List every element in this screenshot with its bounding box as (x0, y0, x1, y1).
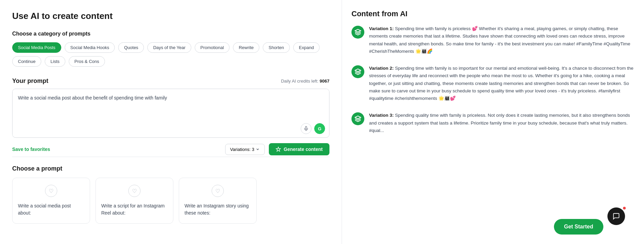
category-tags: Social Media PostsSocial Media HooksQuot… (12, 42, 329, 67)
tag-continue[interactable]: Continue (12, 56, 41, 67)
variations-container: Variation 1: Spending time with family i… (351, 25, 635, 134)
variation-text-1: Variation 1: Spending time with family i… (369, 25, 635, 55)
tag-social-media-hooks[interactable]: Social Media Hooks (65, 42, 115, 53)
magic-icon (276, 147, 281, 152)
prompt-cards: ♡ Write a social media post about: ♡ Wri… (12, 178, 329, 224)
generate-content-button[interactable]: Generate content (269, 143, 329, 155)
prompt-card-0[interactable]: ♡ Write a social media post about: (12, 178, 90, 224)
heart-icon-1[interactable]: ♡ (128, 185, 141, 197)
heart-icon-2[interactable]: ♡ (212, 185, 224, 197)
variation-avatar-3 (351, 112, 364, 125)
left-panel: Use AI to create content Choose a catego… (0, 0, 342, 244)
prompt-card-text-0: Write a social media post about: (18, 202, 84, 217)
save-to-favorites-button[interactable]: Save to favorites (12, 147, 50, 152)
variation-item-1: Variation 1: Spending time with family i… (351, 25, 635, 55)
tag-rewrite[interactable]: Rewrite (233, 42, 259, 53)
chat-icon (613, 213, 620, 220)
prompt-card-text-2: Write an Instagram story using these not… (185, 202, 251, 217)
credits-label: Daily AI credits left: (281, 79, 319, 84)
variations-label: Variations: 3 (230, 147, 254, 152)
tag-promotional[interactable]: Promotional (195, 42, 230, 53)
variation-avatar-2 (351, 65, 364, 78)
prompt-label: Your prompt (12, 77, 48, 85)
prompt-header: Your prompt Daily AI credits left: 9067 (12, 77, 329, 85)
variation-avatar-1 (351, 26, 364, 39)
tag-shorten[interactable]: Shorten (263, 42, 290, 53)
tag-lists[interactable]: Lists (45, 56, 65, 67)
prompt-card-1[interactable]: ♡ Write a script for an Instagram Reel a… (95, 178, 173, 224)
variation-item-2: Variation 2: Spending time with family i… (351, 65, 635, 102)
tag-days-of-the-year[interactable]: Days of the Year (147, 42, 191, 53)
variation-text-3: Variation 3: Spending quality time with … (369, 112, 635, 134)
variations-dropdown[interactable]: Variations: 3 (225, 144, 265, 155)
prompt-card-text-1: Write a script for an Instagram Reel abo… (101, 202, 168, 217)
tag-quotes[interactable]: Quotes (118, 42, 144, 53)
tag-expand[interactable]: Expand (293, 42, 320, 53)
prompt-actions: Save to favorites Variations: 3 Generate… (12, 143, 329, 155)
prompt-textarea-wrap: G (12, 89, 329, 138)
categories-section-title: Choose a category of prompts (12, 31, 329, 37)
variation-item-3: Variation 3: Spending quality time with … (351, 112, 635, 134)
page-title: Use AI to create content (12, 11, 329, 21)
tag-social-media-posts[interactable]: Social Media Posts (12, 42, 61, 53)
variation-text-2: Variation 2: Spending time with family i… (369, 65, 635, 102)
chat-button[interactable] (607, 207, 625, 225)
chat-button-wrap (617, 217, 635, 235)
grammarly-icon-button[interactable]: G (314, 123, 325, 134)
choose-prompt-title: Choose a prompt (12, 165, 329, 172)
prompt-textarea[interactable] (13, 89, 329, 136)
prompt-card-2[interactable]: ♡ Write an Instagram story using these n… (179, 178, 257, 224)
chevron-down-icon (256, 147, 260, 151)
credits-display: Daily AI credits left: 9067 (281, 79, 329, 84)
generate-label: Generate content (284, 147, 323, 152)
textarea-icons: G (301, 123, 325, 134)
tag-pros-and-cons[interactable]: Pros & Cons (69, 56, 105, 67)
notification-dot (622, 206, 626, 210)
mic-icon-button[interactable] (301, 123, 312, 134)
get-started-button[interactable]: Get Started (554, 219, 603, 235)
heart-icon-0[interactable]: ♡ (45, 185, 57, 197)
right-panel-title: Content from AI (351, 9, 635, 18)
right-panel: Content from AI Variation 1: Spending ti… (342, 0, 644, 244)
credits-value: 9067 (320, 79, 329, 84)
